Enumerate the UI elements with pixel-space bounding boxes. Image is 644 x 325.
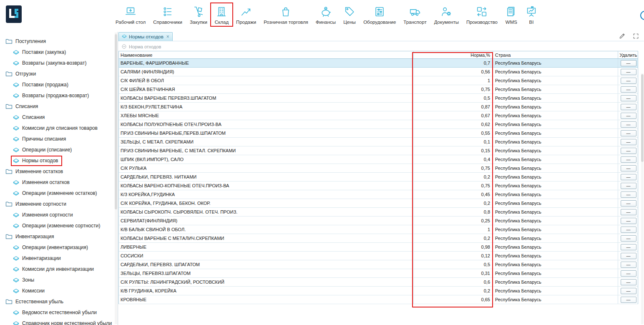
delete-row-button[interactable]: — — [621, 297, 636, 303]
table-row[interactable]: С/К РУЛЕТЫ: ЛЕНИНГРАДСКИЙ, РОСТОВСКИЙ 0,… — [119, 278, 638, 287]
toolbar-item[interactable]: Розничная торговля — [260, 3, 312, 26]
delete-row-button[interactable]: — — [621, 270, 636, 277]
sidebar-scrollbar[interactable] — [115, 33, 117, 324]
sidebar-item[interactable]: Нормы отходов — [0, 155, 118, 166]
column-header-country[interactable]: Страна — [493, 51, 618, 58]
toolbar-item[interactable]: Транспорт — [400, 3, 430, 26]
scrollbar-thumb[interactable] — [115, 34, 117, 209]
sidebar-item[interactable]: Естественная убыль — [0, 296, 118, 307]
delete-row-button[interactable]: — — [621, 262, 636, 268]
delete-row-button[interactable]: — — [621, 279, 636, 285]
table-scrollbar[interactable] — [641, 73, 644, 324]
table-row[interactable]: ЛИВЕРНЫЕ 0,98 Республика Беларусь — — [119, 243, 638, 252]
column-header-delete[interactable]: Удалить — [618, 51, 639, 58]
table-row[interactable]: К/З КОРЕЙКА,ГРУДИНКА 0,45 Республика Бел… — [119, 190, 638, 199]
delete-row-button[interactable]: — — [621, 148, 636, 154]
sidebar-item[interactable]: Поступления — [0, 36, 118, 47]
table-row[interactable]: ШПИК (ВКЛ.ИМПОРТ), САЛО 0,4 Республика Б… — [119, 155, 638, 164]
delete-row-button[interactable]: — — [621, 174, 636, 180]
sidebar-item[interactable]: Инвентаризации — [0, 253, 118, 264]
delete-row-button[interactable]: — — [621, 253, 636, 259]
table-row[interactable]: СЕРВИЛАТ(ФИНЛЯНДИЯ) 0,25 Республика Бела… — [119, 217, 638, 225]
delete-row-button[interactable]: — — [621, 86, 636, 93]
toolbar-item[interactable]: Закупки — [186, 3, 211, 26]
sidebar-item[interactable]: Изменения сортности — [0, 209, 118, 220]
sidebar-item[interactable]: Справочник норм естественной убыли — [0, 318, 118, 325]
toolbar-item[interactable]: WMS — [501, 3, 521, 26]
sidebar-item[interactable]: Зоны — [0, 275, 118, 285]
toolbar-item[interactable]: Рабочий стол — [112, 3, 149, 26]
table-row[interactable]: С/К ФИЛЕЙ В ОБОЛ 1 Республика Беларусь — — [119, 76, 638, 85]
table-row[interactable]: КОЛБАСЫ ВАРЕНЫЕ С МЕТАЛИЧ.СКРЕПКАМИ 0,2 … — [119, 234, 638, 243]
table-row[interactable]: САЛЯМИ (ФИНЛЯНДИЯ) 0,56 Республика Белар… — [119, 68, 638, 76]
delete-row-button[interactable]: — — [621, 130, 636, 136]
sidebar-item[interactable]: Операции (изменение остатков) — [0, 188, 118, 199]
column-header-name[interactable]: Наименование — [119, 51, 413, 58]
sidebar-item[interactable]: Возвраты (закупка-возврат) — [0, 58, 118, 68]
collapse-icon[interactable] — [121, 44, 127, 49]
toolbar-item[interactable]: Справочники — [149, 3, 186, 26]
table-row[interactable]: С/К ШЕЙКА ВЕТЧИННАЯ 0,75 Республика Бела… — [119, 85, 638, 94]
edit-pencil-icon[interactable] — [619, 33, 625, 39]
sidebar-item[interactable]: Операции (инвентаризация) — [0, 242, 118, 253]
toolbar-item[interactable]: BI — [521, 3, 541, 26]
table-row[interactable]: К/З БЕКОН,РУЛЕТ,ВЕТЧИНА 0,87 Республика … — [119, 103, 638, 111]
column-header-norm[interactable]: Норма,% — [413, 51, 493, 58]
sidebar-item[interactable]: Причины списания — [0, 134, 118, 144]
sidebar-item[interactable]: Комиссии для списания товаров — [0, 123, 118, 134]
sidebar-item[interactable]: Изменение остатков — [0, 166, 118, 177]
delete-row-button[interactable]: — — [621, 200, 636, 207]
table-row[interactable]: КОЛБАСЫ ВАРЕНЫЕ ПЕРЕВЯЗ.ШПАГАТОМ 0,5 Рес… — [119, 94, 638, 103]
app-logo[interactable] — [6, 5, 22, 23]
delete-row-button[interactable]: — — [621, 218, 636, 224]
sidebar-item[interactable]: Изменения остатков — [0, 177, 118, 188]
toolbar-item[interactable]: Продажи — [232, 3, 260, 26]
delete-row-button[interactable]: — — [621, 165, 636, 171]
delete-row-button[interactable]: — — [621, 139, 636, 145]
sidebar-item[interactable]: Ведомости естественной убыли — [0, 307, 118, 318]
toolbar-item[interactable]: Документы — [430, 3, 463, 26]
delete-row-button[interactable]: — — [621, 209, 636, 215]
toolbar-item[interactable]: Оборудование — [360, 3, 400, 26]
toolbar-item[interactable]: Производство — [463, 3, 501, 26]
table-row[interactable]: ПР.ИЗ СВИНИНЫ ВАРЕНЫЕ,ПЕРЕВ.ШПАГАТОМ 0,5… — [119, 129, 638, 138]
delete-row-button[interactable]: — — [621, 78, 636, 84]
sidebar-item[interactable]: Комиссии для инвентаризации — [0, 264, 118, 275]
scrollbar-thumb[interactable] — [641, 74, 644, 162]
delete-row-button[interactable]: — — [621, 69, 636, 75]
delete-row-button[interactable]: — — [621, 244, 636, 250]
table-row[interactable]: ПР.ИЗ СВИНИНЫ ВАРЕНЫЕ, С МЕТАЛ. СКРЕПКАМ… — [119, 146, 638, 155]
sidebar-item[interactable]: Списания — [0, 101, 118, 112]
expand-icon[interactable] — [633, 33, 639, 39]
delete-row-button[interactable]: — — [621, 288, 636, 294]
table-row[interactable]: КРОВЯНЫЕ 0,65 Республика Беларусь — — [119, 295, 638, 304]
toolbar-item[interactable]: Цены — [340, 3, 360, 26]
tab-close-icon[interactable]: × — [166, 34, 169, 40]
sidebar-item[interactable]: Списания — [0, 112, 118, 123]
partial-right-icon[interactable] — [639, 10, 644, 23]
delete-row-button[interactable]: — — [621, 95, 636, 101]
table-row[interactable]: КОЛБАСЫ СЫРОКОПЧ. СЫРОВЯЛЕН. ОТЕЧ. ПРОИЗ… — [119, 208, 638, 217]
sidebar-item[interactable]: Изменение сортности — [0, 199, 118, 209]
sidebar-item[interactable]: Возвраты (продажа-возврат) — [0, 90, 118, 101]
delete-row-button[interactable]: — — [621, 121, 636, 128]
table-row[interactable]: К/В ГРУДИНКА, КОРЕЙКА 0,2 Республика Бел… — [119, 287, 638, 295]
table-row[interactable]: ЗЕЛЬЦЫ, ПЕРЕВЯЗ.ШПАГАТОМ 0,31 Республика… — [119, 269, 638, 278]
sidebar-item[interactable]: Инвентаризация — [0, 231, 118, 242]
sidebar-item[interactable]: Поставки (закупка) — [0, 47, 118, 58]
delete-row-button[interactable]: — — [621, 156, 636, 163]
table-row[interactable]: СОСИСКИ 0,12 Республика Беларусь — — [119, 252, 638, 260]
table-row[interactable]: КОЛБАСЫ ПОЛУКОПЧЕНЫЕ ОТЕЧ.ПРОИЗ-ВА 0,62 … — [119, 120, 638, 129]
delete-row-button[interactable]: — — [621, 113, 636, 119]
sidebar-item[interactable]: Комиссии — [0, 285, 118, 296]
table-row[interactable]: К/В БАЛЫК СВИНОЙ В ОБОЛ. 1 Республика Бе… — [119, 225, 638, 234]
tab-normy-othodov[interactable]: Нормы отходов × — [118, 32, 173, 41]
sidebar-item[interactable]: Поставки (продажа) — [0, 79, 118, 90]
table-row[interactable]: ЗЕЛЬЦЫ, С МЕТАЛ. СКРЕПКАМИ 0,1 Республик… — [119, 138, 638, 146]
delete-row-button[interactable]: — — [621, 235, 636, 242]
table-row[interactable]: С/К РУЛЬКА 0,75 Республика Беларусь — — [119, 164, 638, 173]
table-row[interactable]: САРДЕЛЬКИ, ПЕРЕВЯЗ. ШПАГАТОМ 0,5 Республ… — [119, 260, 638, 269]
delete-row-button[interactable]: — — [621, 183, 636, 189]
sidebar-item[interactable]: Отгрузки — [0, 68, 118, 79]
delete-row-button[interactable]: — — [621, 104, 636, 110]
